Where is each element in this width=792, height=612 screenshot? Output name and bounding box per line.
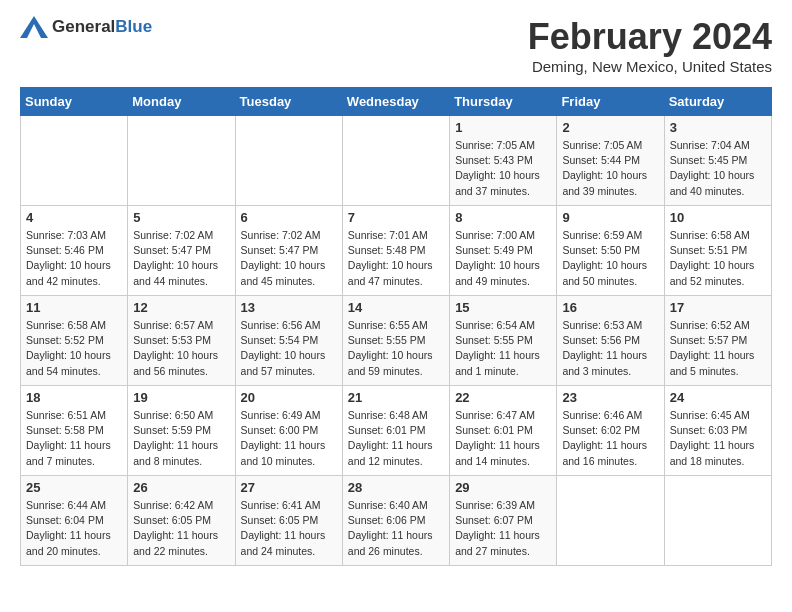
day-info: Sunrise: 6:48 AM Sunset: 6:01 PM Dayligh… (348, 408, 444, 469)
day-number: 9 (562, 210, 658, 225)
day-info: Sunrise: 6:56 AM Sunset: 5:54 PM Dayligh… (241, 318, 337, 379)
day-info: Sunrise: 6:51 AM Sunset: 5:58 PM Dayligh… (26, 408, 122, 469)
day-info: Sunrise: 6:58 AM Sunset: 5:52 PM Dayligh… (26, 318, 122, 379)
day-cell: 20Sunrise: 6:49 AM Sunset: 6:00 PM Dayli… (235, 386, 342, 476)
day-cell: 3Sunrise: 7:04 AM Sunset: 5:45 PM Daylig… (664, 116, 771, 206)
day-info: Sunrise: 6:59 AM Sunset: 5:50 PM Dayligh… (562, 228, 658, 289)
month-year-title: February 2024 (528, 16, 772, 58)
day-info: Sunrise: 7:02 AM Sunset: 5:47 PM Dayligh… (241, 228, 337, 289)
day-cell: 24Sunrise: 6:45 AM Sunset: 6:03 PM Dayli… (664, 386, 771, 476)
day-info: Sunrise: 6:52 AM Sunset: 5:57 PM Dayligh… (670, 318, 766, 379)
day-number: 7 (348, 210, 444, 225)
day-info: Sunrise: 7:05 AM Sunset: 5:43 PM Dayligh… (455, 138, 551, 199)
day-cell: 2Sunrise: 7:05 AM Sunset: 5:44 PM Daylig… (557, 116, 664, 206)
logo: GeneralBlue (20, 16, 152, 38)
title-area: February 2024 Deming, New Mexico, United… (528, 16, 772, 75)
day-cell (664, 476, 771, 566)
logo-icon (20, 16, 48, 38)
day-info: Sunrise: 6:58 AM Sunset: 5:51 PM Dayligh… (670, 228, 766, 289)
day-number: 5 (133, 210, 229, 225)
logo-general: General (52, 17, 115, 36)
header-day-thursday: Thursday (450, 88, 557, 116)
day-number: 8 (455, 210, 551, 225)
day-cell: 13Sunrise: 6:56 AM Sunset: 5:54 PM Dayli… (235, 296, 342, 386)
calendar-header: SundayMondayTuesdayWednesdayThursdayFrid… (21, 88, 772, 116)
header-day-friday: Friday (557, 88, 664, 116)
calendar-table: SundayMondayTuesdayWednesdayThursdayFrid… (20, 87, 772, 566)
day-info: Sunrise: 6:50 AM Sunset: 5:59 PM Dayligh… (133, 408, 229, 469)
header-day-monday: Monday (128, 88, 235, 116)
day-number: 10 (670, 210, 766, 225)
header-day-tuesday: Tuesday (235, 88, 342, 116)
day-info: Sunrise: 6:55 AM Sunset: 5:55 PM Dayligh… (348, 318, 444, 379)
day-info: Sunrise: 6:57 AM Sunset: 5:53 PM Dayligh… (133, 318, 229, 379)
day-cell: 28Sunrise: 6:40 AM Sunset: 6:06 PM Dayli… (342, 476, 449, 566)
day-number: 17 (670, 300, 766, 315)
day-number: 2 (562, 120, 658, 135)
day-number: 22 (455, 390, 551, 405)
day-cell: 4Sunrise: 7:03 AM Sunset: 5:46 PM Daylig… (21, 206, 128, 296)
day-cell: 9Sunrise: 6:59 AM Sunset: 5:50 PM Daylig… (557, 206, 664, 296)
day-cell (557, 476, 664, 566)
day-number: 14 (348, 300, 444, 315)
day-info: Sunrise: 6:53 AM Sunset: 5:56 PM Dayligh… (562, 318, 658, 379)
day-cell: 25Sunrise: 6:44 AM Sunset: 6:04 PM Dayli… (21, 476, 128, 566)
week-row-2: 4Sunrise: 7:03 AM Sunset: 5:46 PM Daylig… (21, 206, 772, 296)
day-info: Sunrise: 6:45 AM Sunset: 6:03 PM Dayligh… (670, 408, 766, 469)
day-info: Sunrise: 6:40 AM Sunset: 6:06 PM Dayligh… (348, 498, 444, 559)
day-number: 27 (241, 480, 337, 495)
day-number: 13 (241, 300, 337, 315)
header-row: SundayMondayTuesdayWednesdayThursdayFrid… (21, 88, 772, 116)
calendar-body: 1Sunrise: 7:05 AM Sunset: 5:43 PM Daylig… (21, 116, 772, 566)
day-cell: 17Sunrise: 6:52 AM Sunset: 5:57 PM Dayli… (664, 296, 771, 386)
day-number: 15 (455, 300, 551, 315)
day-number: 6 (241, 210, 337, 225)
day-cell: 10Sunrise: 6:58 AM Sunset: 5:51 PM Dayli… (664, 206, 771, 296)
day-info: Sunrise: 6:46 AM Sunset: 6:02 PM Dayligh… (562, 408, 658, 469)
day-cell: 5Sunrise: 7:02 AM Sunset: 5:47 PM Daylig… (128, 206, 235, 296)
day-number: 29 (455, 480, 551, 495)
day-info: Sunrise: 7:05 AM Sunset: 5:44 PM Dayligh… (562, 138, 658, 199)
day-number: 16 (562, 300, 658, 315)
day-cell: 26Sunrise: 6:42 AM Sunset: 6:05 PM Dayli… (128, 476, 235, 566)
location-subtitle: Deming, New Mexico, United States (528, 58, 772, 75)
day-cell: 21Sunrise: 6:48 AM Sunset: 6:01 PM Dayli… (342, 386, 449, 476)
day-info: Sunrise: 7:02 AM Sunset: 5:47 PM Dayligh… (133, 228, 229, 289)
day-number: 3 (670, 120, 766, 135)
day-info: Sunrise: 6:49 AM Sunset: 6:00 PM Dayligh… (241, 408, 337, 469)
day-cell: 8Sunrise: 7:00 AM Sunset: 5:49 PM Daylig… (450, 206, 557, 296)
day-cell: 19Sunrise: 6:50 AM Sunset: 5:59 PM Dayli… (128, 386, 235, 476)
day-cell (342, 116, 449, 206)
logo-blue: Blue (115, 17, 152, 36)
week-row-1: 1Sunrise: 7:05 AM Sunset: 5:43 PM Daylig… (21, 116, 772, 206)
day-info: Sunrise: 7:01 AM Sunset: 5:48 PM Dayligh… (348, 228, 444, 289)
day-info: Sunrise: 6:39 AM Sunset: 6:07 PM Dayligh… (455, 498, 551, 559)
day-number: 11 (26, 300, 122, 315)
day-number: 25 (26, 480, 122, 495)
day-number: 18 (26, 390, 122, 405)
day-info: Sunrise: 6:44 AM Sunset: 6:04 PM Dayligh… (26, 498, 122, 559)
header-day-sunday: Sunday (21, 88, 128, 116)
day-info: Sunrise: 6:47 AM Sunset: 6:01 PM Dayligh… (455, 408, 551, 469)
day-number: 1 (455, 120, 551, 135)
day-number: 4 (26, 210, 122, 225)
day-cell: 1Sunrise: 7:05 AM Sunset: 5:43 PM Daylig… (450, 116, 557, 206)
day-number: 28 (348, 480, 444, 495)
day-cell (21, 116, 128, 206)
day-number: 12 (133, 300, 229, 315)
day-cell: 29Sunrise: 6:39 AM Sunset: 6:07 PM Dayli… (450, 476, 557, 566)
page-header: GeneralBlue February 2024 Deming, New Me… (20, 16, 772, 75)
header-day-wednesday: Wednesday (342, 88, 449, 116)
week-row-5: 25Sunrise: 6:44 AM Sunset: 6:04 PM Dayli… (21, 476, 772, 566)
day-number: 20 (241, 390, 337, 405)
day-info: Sunrise: 7:03 AM Sunset: 5:46 PM Dayligh… (26, 228, 122, 289)
day-info: Sunrise: 7:04 AM Sunset: 5:45 PM Dayligh… (670, 138, 766, 199)
day-info: Sunrise: 7:00 AM Sunset: 5:49 PM Dayligh… (455, 228, 551, 289)
day-cell: 18Sunrise: 6:51 AM Sunset: 5:58 PM Dayli… (21, 386, 128, 476)
day-number: 19 (133, 390, 229, 405)
day-number: 23 (562, 390, 658, 405)
day-cell: 12Sunrise: 6:57 AM Sunset: 5:53 PM Dayli… (128, 296, 235, 386)
day-cell (128, 116, 235, 206)
day-number: 21 (348, 390, 444, 405)
day-cell: 27Sunrise: 6:41 AM Sunset: 6:05 PM Dayli… (235, 476, 342, 566)
